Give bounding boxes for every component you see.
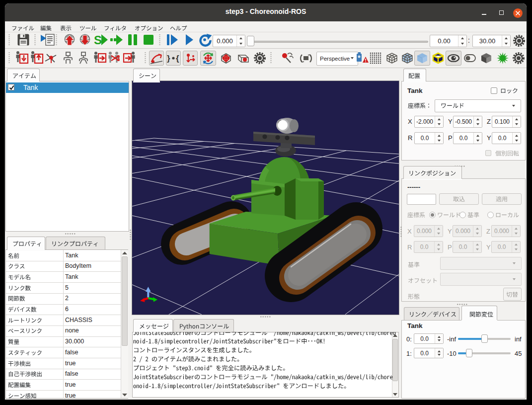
svg-text:{: {	[176, 54, 179, 63]
svg-text:}: }	[167, 54, 170, 63]
svg-text:S: S	[94, 33, 102, 46]
